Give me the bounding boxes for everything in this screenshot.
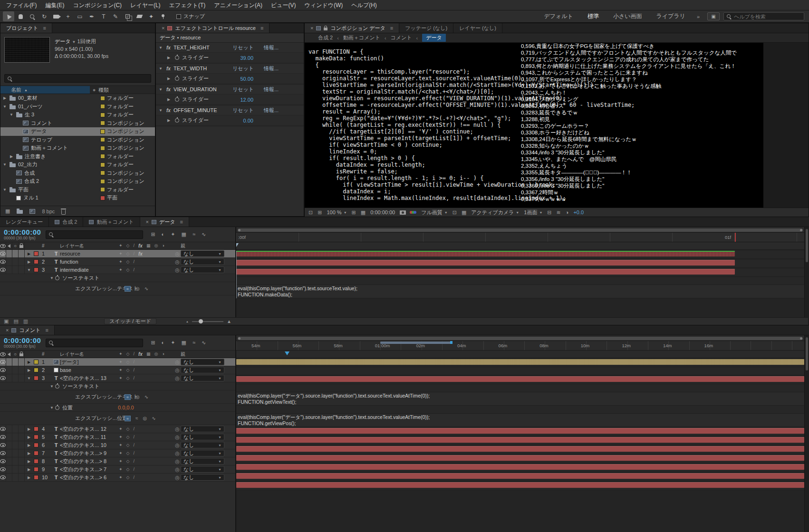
layer-visibility-toggle[interactable] [0,449,6,457]
eq-icon[interactable]: = [125,416,131,421]
workspace-2[interactable]: 小さい画面 [613,12,642,20]
type-tool-icon[interactable]: T [98,11,109,21]
column-header-label[interactable]: ● [90,87,98,93]
switch-column-icon-4[interactable]: ▦ [146,352,151,357]
label-color-swatch[interactable] [100,179,105,184]
switch-column-icon-2[interactable]: / [133,352,135,357]
layer-audio-toggle[interactable] [6,250,12,257]
tree-expand-arrow[interactable]: ▶ [2,96,7,100]
quality-switch[interactable]: / [133,376,135,380]
layer-row[interactable]: ▶5T<空白のテキス... 11✦◇/◎なし▼ [0,433,235,441]
tree-expand-arrow[interactable]: ▼ [2,104,7,109]
collapse-switch[interactable]: ◇ [126,443,130,447]
shape-tool-icon[interactable]: ▭ [74,11,86,21]
timeline-layer-bar[interactable] [236,464,804,470]
layer-solo-toggle[interactable] [12,433,19,441]
shy-switch[interactable]: ✦ [119,251,123,256]
layer-label-swatch[interactable] [34,459,39,464]
workspace-0[interactable]: デフォルト [544,12,573,20]
layer-visibility-toggle[interactable] [0,374,6,382]
brush-tool-icon[interactable]: ✎ [110,11,121,21]
parent-pickwhip-icon[interactable]: ◎ [174,458,181,465]
snapshot-icon[interactable] [400,210,406,215]
quality-switch[interactable]: / [133,451,135,456]
layer-row[interactable]: ▼3Tintermediate✦◇/◎なし▼ [0,266,235,274]
quality-switch[interactable]: / [133,459,135,464]
layer-label-swatch[interactable] [34,443,39,447]
number-column-header[interactable]: # [40,243,52,248]
scrollbar-thumb[interactable] [806,229,808,262]
arrow-down-icon[interactable]: ▼ [159,87,164,92]
tree-expand-arrow[interactable]: ▼ [9,113,14,117]
quality-switch[interactable]: / [133,360,135,364]
pickwhip-icon[interactable]: ◎ [143,416,147,421]
lock-icon[interactable] [324,28,327,30]
layer-lock-toggle[interactable] [19,449,25,457]
work-area-bar[interactable] [380,342,452,344]
switch-column-icon-2[interactable]: / [133,243,135,248]
layer-name[interactable]: <空白のテキス... 10 [60,442,117,449]
arrow-right-icon[interactable]: ▶ [167,56,172,60]
menu-item-0[interactable]: ファイル(F) [2,0,41,10]
workspace-overflow-icon[interactable]: » [697,14,700,19]
layer-visibility-toggle[interactable] [0,425,6,433]
parent-dropdown[interactable]: なし▼ [181,458,224,465]
layer-label-swatch[interactable] [34,451,39,456]
label-color-swatch[interactable] [100,171,105,175]
layer-lock-toggle[interactable] [19,474,25,481]
project-item-row[interactable]: コメントコンポジション [0,119,155,128]
solo-column-icon[interactable]: ○ [12,351,19,358]
layer-lock-toggle[interactable] [19,466,25,473]
switch-column-icon-6[interactable]: ◑ [162,352,164,357]
breadcrumb-item-0[interactable]: 合成 2 [318,34,333,41]
timeline-layer-bar[interactable] [236,428,804,434]
eq-icon[interactable]: = [125,286,131,292]
layer-name[interactable]: intermediate [60,267,117,273]
layer-row[interactable]: ▶9T<空白のテキス...> 7✦◇/◎なし▼ [0,466,235,474]
timeline-layer-bar[interactable] [236,437,804,443]
effect-info-link[interactable]: 情報... [264,44,279,51]
chevron-down-icon[interactable]: ▼ [72,40,76,44]
layer-lock-toggle[interactable] [19,457,25,465]
layer-expand-arrow[interactable]: ▶ [26,368,32,372]
layer-name[interactable]: <空白のテキス... 13 [60,375,117,382]
switch-column-icon-6[interactable]: ◑ [162,243,164,248]
layer-audio-toggle[interactable] [6,457,12,465]
parent-pickwhip-icon[interactable]: ◎ [174,475,181,481]
menu-item-3[interactable]: レイヤー(L) [126,0,165,10]
quality-switch[interactable]: / [133,427,135,431]
layer-solo-toggle[interactable] [12,366,19,374]
arrow-down-icon[interactable]: ▼ [159,66,164,71]
parent-pickwhip-icon[interactable]: ◎ [174,359,181,365]
layer-solo-toggle[interactable] [12,358,19,366]
collapse-switch[interactable]: ◇ [126,475,130,480]
hide-shy-layers-icon[interactable]: ✦ [171,340,175,346]
switch-column-icon-1[interactable]: ◇ [126,243,130,248]
project-search-input[interactable] [4,74,151,83]
pixel-aspect-icon[interactable]: ⊟ [547,209,551,216]
layer-solo-toggle[interactable] [12,449,19,457]
property-row[interactable]: ▼ソーステキスト [0,382,235,390]
layer-name[interactable]: <空白のテキス...> 8 [60,458,117,465]
quality-switch[interactable]: / [133,435,135,439]
parent-pickwhip-icon[interactable]: ◎ [174,434,181,440]
layer-row[interactable]: ▶8T<空白のテキス...> 8✦◇/◎なし▼ [0,457,235,466]
layer-visibility-toggle[interactable] [0,474,6,481]
graph-icon[interactable]: ∿ [144,286,148,291]
tree-expand-arrow[interactable]: ▼ [2,162,7,167]
camera-tool-icon[interactable] [50,11,62,21]
layer-expand-arrow[interactable]: ▶ [26,260,32,264]
layer-row[interactable]: ▶4T<空白のテキス... 12✦◇/◎なし▼ [0,425,235,433]
shy-switch[interactable]: ✦ [119,435,123,439]
label-color-swatch[interactable] [100,96,105,101]
layer-visibility-toggle[interactable] [0,258,6,266]
layer-audio-toggle[interactable] [6,374,12,382]
time-navigator[interactable] [236,227,804,233]
hide-shy-layers-icon[interactable]: ✦ [171,231,175,238]
motion-blur-icon[interactable]: ≈ [193,231,195,238]
interpret-footage-icon[interactable]: ▦ [5,208,10,214]
lock-column-icon[interactable] [19,242,25,249]
grid-guides-icon[interactable]: ⊞ [352,209,356,216]
layer-solo-toggle[interactable] [12,258,19,266]
timeline-layer-bar[interactable] [236,260,735,266]
